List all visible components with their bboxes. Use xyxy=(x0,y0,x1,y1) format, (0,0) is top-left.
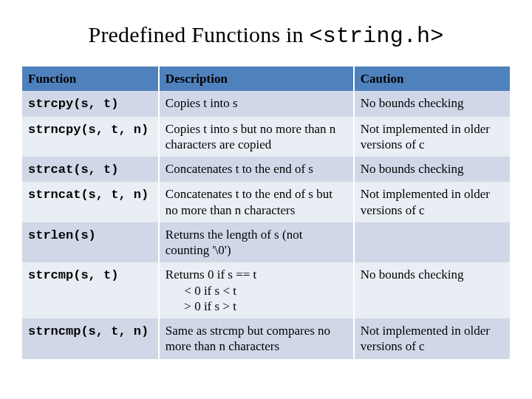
function-name: strncat(s, t, n) xyxy=(28,188,149,202)
cmp-line-2: < 0 if s < t xyxy=(184,284,236,298)
function-caut: Not implemented in older versions of c xyxy=(354,117,510,157)
function-caut: No bounds checking xyxy=(354,157,510,182)
function-name: strncpy(s, t, n) xyxy=(28,123,149,137)
function-name: strcmp(s, t) xyxy=(28,268,118,282)
function-desc: Copies t into s but no more than n chara… xyxy=(159,117,354,157)
function-name: strcat(s, t) xyxy=(28,163,118,177)
function-name: strlen(s) xyxy=(28,228,96,242)
function-caut: No bounds checking xyxy=(354,262,510,318)
cmp-line-3: > 0 if s > t xyxy=(184,299,236,313)
table-row: strncat(s, t, n) Concatenates t to the e… xyxy=(22,182,510,222)
function-caut: Not implemented in older versions of c xyxy=(354,318,510,359)
table-row: strcmp(s, t) Returns 0 if s == t < 0 if … xyxy=(22,262,510,318)
function-name: strcpy(s, t) xyxy=(28,97,118,111)
col-caution: Caution xyxy=(354,66,510,91)
function-desc: Returns 0 if s == t < 0 if s < t > 0 if … xyxy=(159,262,354,318)
table-header-row: Function Description Caution xyxy=(22,66,510,91)
table-row: strlen(s) Returns the length of s (not c… xyxy=(22,222,510,263)
title-code: <string.h> xyxy=(309,24,443,49)
function-desc: Returns the length of s (not counting '\… xyxy=(159,222,354,263)
function-desc: Concatenates t to the end of s xyxy=(159,157,354,182)
function-desc: Copies t into s xyxy=(159,91,354,116)
functions-table: Function Description Caution strcpy(s, t… xyxy=(22,66,510,359)
function-desc: Concatenates t to the end of s but no mo… xyxy=(159,182,354,222)
title-text: Predefined Functions in xyxy=(89,22,310,47)
page-title: Predefined Functions in <string.h> xyxy=(22,22,510,49)
table-row: strcat(s, t) Concatenates t to the end o… xyxy=(22,157,510,182)
function-caut xyxy=(354,222,510,263)
table-row: strcpy(s, t) Copies t into s No bounds c… xyxy=(22,91,510,116)
function-desc: Same as strcmp but compares no more than… xyxy=(159,318,354,359)
col-function: Function xyxy=(22,66,159,91)
cmp-line-1: Returns 0 if s == t xyxy=(166,267,257,282)
table-row: strncmp(s, t, n) Same as strcmp but comp… xyxy=(22,318,510,359)
function-name: strncmp(s, t, n) xyxy=(28,324,149,338)
table-row: strncpy(s, t, n) Copies t into s but no … xyxy=(22,117,510,157)
function-caut: No bounds checking xyxy=(354,91,510,116)
slide: Predefined Functions in <string.h> Funct… xyxy=(0,0,532,399)
function-caut: Not implemented in older versions of c xyxy=(354,182,510,222)
col-description: Description xyxy=(159,66,354,91)
